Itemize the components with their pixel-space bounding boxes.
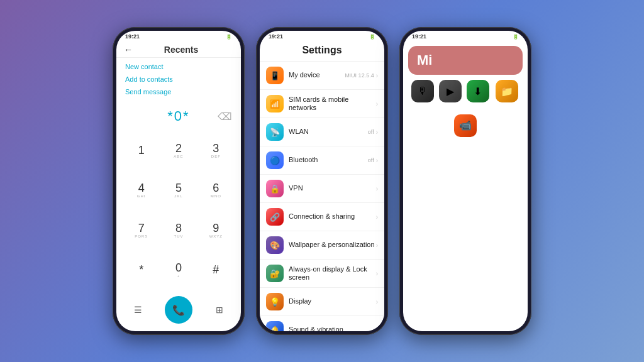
key-cell[interactable]: 0+: [160, 250, 197, 290]
key-letters: GHI: [137, 194, 146, 198]
chevron-icon: ›: [376, 72, 378, 79]
keypad: 12ABC3DEF4GHI5JKL6MNO7PQRS8TUV9WXYZ*0+#: [116, 128, 241, 292]
settings-item-right: MIUI 12.5.4 ›: [345, 72, 378, 79]
settings-item-info: Display: [289, 297, 376, 305]
key-cell[interactable]: 4GHI: [123, 170, 160, 210]
time-3: 19:21: [412, 33, 426, 40]
battery-icon-3: 🔋: [513, 34, 519, 40]
mi-app-icon: 📁: [496, 80, 518, 102]
settings-item[interactable]: 🔐 Always-on display & Lock screen ›: [260, 260, 384, 288]
settings-item[interactable]: 🎨 Wallpaper & personalization ›: [260, 231, 384, 260]
chevron-icon: ›: [376, 157, 378, 164]
mi-app[interactable]: 📹 Screen Recorder: [449, 114, 482, 144]
call-icon: 📞: [172, 304, 185, 316]
mi-app[interactable]: 📁 File Manager: [494, 80, 520, 109]
recents-action-item[interactable]: New contact: [125, 63, 232, 70]
key-num: *: [139, 264, 143, 275]
mi-widget-text: Mi: [417, 52, 432, 69]
status-bar-1: 19:21 🔋: [116, 31, 241, 41]
call-button[interactable]: 📞: [165, 296, 192, 324]
key-cell[interactable]: 8TUV: [160, 211, 197, 250]
key-letters: MNO: [211, 194, 221, 198]
key-cell[interactable]: 1: [123, 131, 160, 170]
dialer-delete[interactable]: ⌫: [218, 111, 232, 123]
settings-title: Settings: [302, 45, 341, 55]
settings-item-icon: 📶: [266, 95, 284, 112]
key-cell[interactable]: *: [123, 250, 160, 290]
mi-app[interactable]: ▶ Mi Video: [439, 80, 462, 109]
mi-app-icon: 🎙: [411, 80, 434, 102]
time-1: 19:21: [125, 33, 140, 40]
battery-icon-2: 🔋: [369, 34, 375, 40]
back-button[interactable]: ←: [124, 45, 133, 55]
settings-item[interactable]: 🔔 Sound & vibration ›: [260, 316, 384, 331]
settings-item-info: SIM cards & mobile networks: [289, 96, 376, 112]
settings-item-value: off: [368, 129, 374, 135]
mi-app[interactable]: ⬇ Downloads: [467, 80, 489, 109]
key-num: 4: [138, 182, 145, 194]
settings-item-label: WLAN: [289, 128, 368, 136]
settings-item-label: VPN: [289, 184, 376, 192]
key-cell[interactable]: 3DEF: [197, 131, 235, 170]
key-letters: WXYZ: [209, 234, 223, 238]
menu-icon[interactable]: ☰: [134, 305, 142, 315]
mi-app-icon: ▶: [439, 80, 462, 102]
key-cell[interactable]: #: [197, 250, 235, 290]
key-letters: JKL: [174, 194, 182, 198]
chevron-icon: ›: [376, 101, 378, 107]
settings-item[interactable]: 🔵 Bluetooth off ›: [260, 146, 384, 175]
settings-item-right: off ›: [368, 129, 378, 136]
key-num: 3: [213, 143, 219, 154]
key-cell[interactable]: 6MNO: [197, 170, 235, 210]
recents-action-item[interactable]: Send message: [125, 88, 232, 96]
recents-header: ← Recents: [116, 41, 241, 58]
settings-item-label: Sound & vibration: [289, 326, 376, 331]
key-letters: PQRS: [135, 234, 148, 238]
dialpad-icon[interactable]: ⊞: [216, 305, 223, 315]
key-letters: DEF: [211, 155, 221, 158]
phone-1: 19:21 🔋 ← Recents New contactAdd to cont…: [113, 27, 245, 335]
phone-1-screen: 19:21 🔋 ← Recents New contactAdd to cont…: [116, 31, 241, 331]
settings-item-icon: 💡: [266, 293, 284, 310]
settings-item[interactable]: 🔒 VPN ›: [260, 175, 384, 203]
settings-item-label: Display: [289, 297, 376, 305]
settings-item-icon: 🔐: [266, 265, 284, 282]
key-cell[interactable]: 5JKL: [160, 170, 197, 210]
key-cell[interactable]: 9WXYZ: [197, 211, 235, 250]
settings-item-icon: 📱: [266, 67, 284, 84]
settings-item-info: Always-on display & Lock screen: [289, 265, 376, 282]
settings-item-icon: 🔵: [266, 151, 284, 169]
settings-item[interactable]: 📶 SIM cards & mobile networks ›: [260, 90, 384, 118]
chevron-icon: ›: [376, 299, 378, 305]
settings-item-info: Sound & vibration: [289, 326, 376, 331]
phone-3-screen: 19:21 🔋 Mi 🎙 Recorder ▶ Mi Video ⬇ Downl…: [403, 31, 528, 331]
settings-item-icon: 📡: [266, 123, 284, 141]
settings-item[interactable]: 📡 WLAN off ›: [260, 118, 384, 146]
settings-item[interactable]: 💡 Display ›: [260, 288, 384, 316]
recents-actions: New contactAdd to contactsSend message: [116, 58, 241, 101]
mi-apps-row-1: 🎙 Recorder ▶ Mi Video ⬇ Downloads 📁 File…: [408, 80, 523, 109]
chevron-icon: ›: [376, 327, 378, 332]
key-letters: TUV: [174, 234, 183, 238]
settings-item[interactable]: 🔗 Connection & sharing ›: [260, 203, 384, 231]
mi-apps-row-2: 📹 Screen Recorder: [408, 114, 523, 144]
dialer-display: *0* ⌫: [116, 101, 241, 128]
key-num: 6: [213, 182, 219, 194]
key-cell[interactable]: 2ABC: [160, 131, 197, 170]
mi-app[interactable]: 🎙 Recorder: [411, 80, 434, 109]
settings-item-right: ›: [376, 242, 378, 249]
status-icons-2: 🔋: [369, 34, 375, 40]
settings-item-label: Always-on display & Lock screen: [289, 265, 376, 282]
recents-action-item[interactable]: Add to contacts: [125, 75, 232, 83]
settings-item-right: off ›: [368, 157, 378, 164]
phone-2: 19:21 🔋 Settings 📱 My device MIUI 12.5.4…: [256, 27, 388, 335]
settings-item-right: ›: [376, 214, 378, 221]
settings-item-right: ›: [376, 270, 378, 277]
mi-content: Mi 🎙 Recorder ▶ Mi Video ⬇ Downloads 📁 F…: [403, 41, 528, 331]
chevron-icon: ›: [376, 242, 378, 249]
settings-item-value: MIUI 12.5.4: [345, 72, 374, 79]
key-num: 5: [175, 182, 182, 194]
key-cell[interactable]: 7PQRS: [123, 211, 160, 250]
status-bar-3: 19:21 🔋: [403, 31, 528, 41]
settings-item[interactable]: 📱 My device MIUI 12.5.4 ›: [260, 61, 384, 90]
